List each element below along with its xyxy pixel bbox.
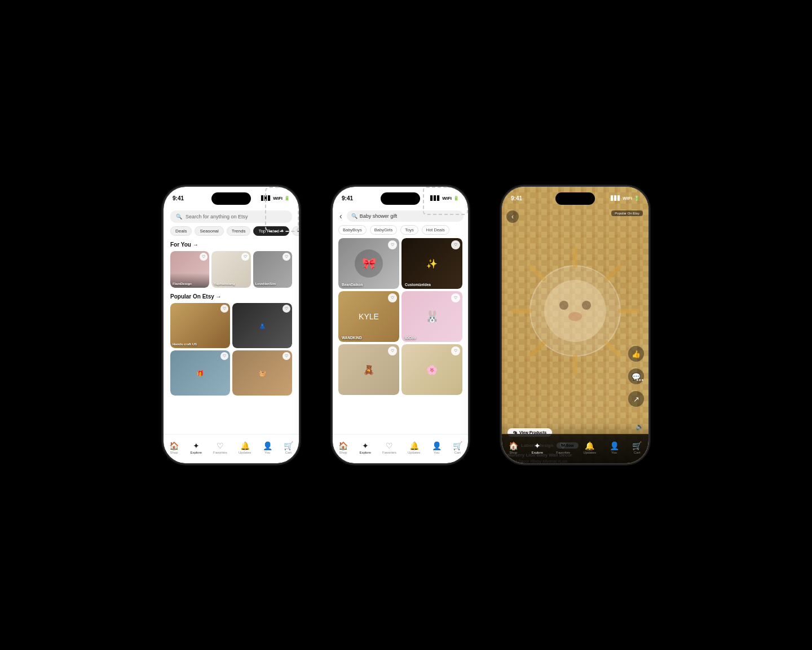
product-card-0[interactable]: ♡ FlamDesign	[170, 251, 209, 288]
nav-favorites-right[interactable]: ♡ Favorites	[556, 441, 570, 454]
nav-you-label-right: You	[611, 451, 617, 454]
nav-you-label-left: You	[264, 451, 270, 454]
label-0: FlamDesign	[173, 282, 192, 286]
center-product-3[interactable]: 🐰 ♡ IGCco	[401, 291, 462, 342]
nav-you-right[interactable]: 👤 You	[610, 441, 619, 454]
updates-icon-right: 🔔	[585, 441, 594, 450]
heart-popular-2[interactable]: ♡	[220, 352, 228, 360]
heart-c2[interactable]: ♡	[388, 293, 397, 302]
time-center: 9:41	[342, 195, 353, 201]
nav-favorites-left[interactable]: ♡ Favorites	[213, 441, 227, 454]
nav-favorites-label-center: Favorites	[382, 451, 396, 454]
popular-card-2[interactable]: 🎁 ♡	[170, 350, 230, 396]
nav-explore-right[interactable]: ✦ Explore	[531, 441, 542, 454]
nav-shop-right[interactable]: 🏠 Shop	[509, 441, 518, 454]
nav-cart-left[interactable]: 🛒 Cart	[284, 441, 293, 454]
nav-updates-center[interactable]: 🔔 Updates	[408, 441, 420, 454]
search-bar-center: ‹ 🔍 Baby shower gift	[333, 208, 468, 225]
nav-shop-label-left: Shop	[170, 451, 178, 454]
nav-shop-left[interactable]: 🏠 Shop	[169, 441, 179, 454]
section-popular: Popular On Etsy →	[164, 291, 299, 303]
nav-updates-right[interactable]: 🔔 Updates	[584, 441, 596, 454]
nav-cart-center[interactable]: 🛒 Cart	[453, 441, 462, 454]
battery-icon: 🔋	[284, 196, 290, 201]
wifi-icon-r: WiFi	[623, 196, 632, 201]
center-product-2[interactable]: KYLE ♡ WANDKIND	[338, 291, 399, 342]
nav-you-label-center: You	[434, 451, 439, 454]
heart-c1[interactable]: ♡	[451, 240, 460, 249]
back-button-right[interactable]: ‹	[506, 210, 519, 223]
cat-babyboys[interactable]: BabyBoys	[338, 225, 367, 235]
center-product-5[interactable]: 🌸 ♡	[401, 344, 462, 395]
bottom-nav-right: 🏠 Shop ✦ Explore ♡ Favorites 🔔	[502, 434, 648, 463]
phone-right-screen: 9:41 ▋▋▋ WiFi 🔋 ‹ Popular On Etsy	[502, 187, 648, 463]
center-label-3: IGCco	[405, 336, 416, 340]
chip-more[interactable]: •••	[292, 226, 299, 236]
phone-left: 9:41 ▋▋▋ WiFi 🔋 🔍 Search for anything on…	[164, 187, 299, 463]
nav-explore-label-right: Explore	[531, 451, 542, 454]
nav-explore-center[interactable]: ✦ Explore	[359, 441, 370, 454]
search-value-center: Baby shower gift	[360, 213, 398, 219]
nav-explore-left[interactable]: ✦ Explore	[190, 441, 201, 454]
chip-seasonal[interactable]: Seasonal	[195, 226, 223, 236]
center-product-0[interactable]: 🎀 ♡ BeanDaikon	[338, 238, 399, 289]
search-input-center[interactable]: 🔍 Baby shower gift	[347, 210, 464, 222]
nav-shop-label-center: Shop	[339, 451, 347, 454]
cat-babygirls[interactable]: BabyGirls	[370, 225, 398, 235]
heart-popular-0[interactable]: ♡	[220, 305, 228, 313]
popular-card-0[interactable]: ♡ Hands craft US	[170, 303, 230, 348]
nav-updates-label-right: Updates	[584, 451, 596, 454]
heart-popular-1[interactable]: ♡	[283, 305, 290, 313]
shop-icon-center: 🏠	[338, 441, 348, 450]
heart-c0[interactable]: ♡	[388, 240, 397, 249]
cat-toys[interactable]: Toys	[400, 225, 418, 235]
back-button-center[interactable]: ‹	[337, 212, 345, 221]
search-placeholder-left: Search for anything on Etsy	[186, 214, 248, 219]
nav-cart-right[interactable]: 🛒 Cart	[632, 441, 642, 454]
cat-hotdeals[interactable]: Hot Deals	[422, 225, 449, 235]
nav-updates-left[interactable]: 🔔 Updates	[239, 441, 251, 454]
nav-cart-label-center: Cart	[454, 451, 461, 454]
updates-icon-left: 🔔	[240, 441, 250, 450]
dynamic-island-center	[381, 192, 420, 205]
center-product-1[interactable]: ✨ ♡ CustomizeIdea	[401, 238, 462, 289]
heart-c5[interactable]: ♡	[451, 346, 460, 355]
heart-c3[interactable]: ♡	[451, 293, 460, 302]
label-2: LoveHanSim	[255, 282, 276, 286]
heart-c4[interactable]: ♡	[388, 346, 397, 355]
dynamic-island-right	[555, 192, 595, 205]
popular-card-3[interactable]: 🧺 ♡	[232, 350, 292, 396]
phone-center-screen: 9:41 ▋▋▋ WiFi 🔋 ‹ 🔍 Baby shower gift	[333, 187, 468, 463]
wifi-icon-c: WiFi	[442, 196, 452, 201]
popular-card-1[interactable]: 👗 ♡	[232, 303, 292, 348]
heart-2[interactable]: ♡	[283, 253, 290, 261]
search-icon-center: 🔍	[351, 213, 358, 219]
popular-row-1: ♡ Hands craft US 👗 ♡	[170, 303, 292, 348]
nav-you-left[interactable]: 👤 You	[263, 441, 272, 454]
nav-favorites-center[interactable]: ♡ Favorites	[382, 441, 396, 454]
label-1: Yaphanslang	[214, 282, 235, 286]
for-you-grid: ♡ FlamDesign ♡ Yaphanslang ♡ LoveHanSim	[164, 251, 299, 291]
chip-top-rated[interactable]: Top Rated ✦	[253, 226, 289, 236]
time-right: 9:41	[511, 195, 522, 201]
center-product-4[interactable]: 🧸 ♡	[338, 344, 399, 395]
time-left: 9:41	[173, 195, 184, 201]
filter-chips-left: Deals Seasonal Trends Top Rated ✦ •••	[164, 226, 299, 239]
nav-shop-center[interactable]: 🏠 Shop	[338, 441, 348, 454]
product-card-2[interactable]: ♡ LoveHanSim	[253, 251, 292, 288]
battery-icon-c: 🔋	[453, 196, 459, 201]
status-icons-right: ▋▋▋ WiFi 🔋	[611, 196, 639, 201]
nav-explore-label-left: Explore	[190, 451, 201, 454]
heart-popular-3[interactable]: ♡	[283, 352, 290, 360]
product-grid-center: 🎀 ♡ BeanDaikon ✨ ♡ CustomizeIdea KYLE ♡ …	[333, 238, 468, 395]
search-bar-left[interactable]: 🔍 Search for anything on Etsy	[170, 210, 292, 223]
heart-1[interactable]: ♡	[241, 253, 249, 261]
nav-you-center[interactable]: 👤 You	[432, 441, 442, 454]
chip-trends[interactable]: Trends	[227, 226, 251, 236]
category-tabs-center: BabyBoys BabyGirls Toys Hot Deals	[333, 225, 468, 238]
wifi-icon: WiFi	[273, 196, 283, 201]
explore-icon-right: ✦	[534, 441, 541, 450]
product-card-1[interactable]: ♡ Yaphanslang	[211, 251, 250, 288]
chip-deals[interactable]: Deals	[170, 226, 192, 236]
nav-cart-label-left: Cart	[285, 451, 292, 454]
